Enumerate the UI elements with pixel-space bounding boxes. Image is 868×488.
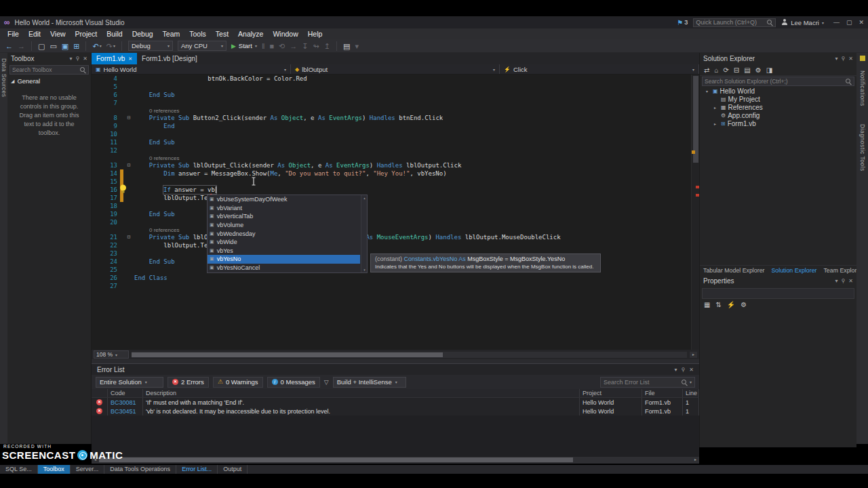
error-row-bc30451[interactable]: ✕ BC30451 'vb' is not declared. It may b… <box>92 407 699 415</box>
undo-icon[interactable]: ↶ ▾ <box>92 40 101 52</box>
fold-toggle-icon[interactable] <box>123 146 134 155</box>
column-header-file[interactable]: File <box>642 389 683 397</box>
column-header-code[interactable]: Code <box>108 389 143 397</box>
maximize-button[interactable]: ▢ <box>846 19 852 26</box>
menu-window[interactable]: Window <box>268 28 302 39</box>
restart-icon[interactable]: ⟲ ▾ <box>279 40 285 52</box>
solution-configurations-dropdown[interactable]: Debug ▾ <box>128 41 173 51</box>
close-icon[interactable]: ✕ <box>83 56 87 62</box>
solution-explorer-search-box[interactable] <box>702 77 854 86</box>
zoom-dropdown[interactable]: 108 % ▾ <box>94 350 129 359</box>
code-line[interactable]: 0 references <box>92 226 691 233</box>
completion-item[interactable]: ▣ vbYesNo <box>208 255 360 264</box>
menu-test[interactable]: Test <box>211 28 233 39</box>
error-code[interactable]: BC30451 <box>108 407 143 415</box>
lightbulb-icon[interactable] <box>119 184 127 196</box>
vertical-scrollbar[interactable]: ▴ ▾ <box>361 195 367 272</box>
start-debugging-button[interactable]: ▶ Start ▾ <box>231 42 257 49</box>
navigate-forward-icon[interactable]: → ▾ <box>18 40 25 52</box>
open-file-icon[interactable]: ▭ ▾ <box>50 40 56 52</box>
breadcrumb-object[interactable]: ◆ lblOutput ▾ <box>291 64 500 74</box>
save-all-icon[interactable]: ⊞ ▾ <box>73 40 79 52</box>
show-next-statement-icon[interactable]: → ▾ <box>290 40 297 52</box>
properties-object-dropdown[interactable] <box>702 288 854 299</box>
home-icon[interactable]: ⌂ <box>714 66 718 74</box>
fold-toggle-icon[interactable] <box>123 138 134 146</box>
column-header-line[interactable]: Line <box>683 389 699 397</box>
pin-icon[interactable]: ⚲ <box>681 367 685 373</box>
fold-toggle-icon[interactable] <box>123 282 134 290</box>
code-line[interactable]: 8 ⊟ Private Sub Button2_Click(sender As … <box>92 114 691 122</box>
fold-toggle-icon[interactable] <box>123 83 134 91</box>
fold-toggle-icon[interactable] <box>123 249 134 258</box>
column-header-project[interactable]: Project <box>580 389 642 397</box>
code-line[interactable]: 9 End <box>92 122 691 130</box>
quick-launch-box[interactable] <box>693 18 776 27</box>
completion-item[interactable]: ▣ vbWednesday <box>208 229 360 238</box>
bottom-tab-data-tools-operations[interactable]: Data Tools Operations <box>104 465 176 474</box>
alphabetical-icon[interactable]: ⇅ <box>715 301 721 308</box>
code-line[interactable]: 16 If answer = vb <box>92 186 691 194</box>
tree-item-app-config[interactable]: ⚙ App.config <box>700 111 856 119</box>
tree-item-my-project[interactable]: ▤ My Project <box>700 95 856 103</box>
pin-icon[interactable]: ⚲ <box>841 278 845 284</box>
code-line[interactable]: 0 references <box>92 107 691 114</box>
code-line[interactable]: 11 End Sub <box>92 138 691 146</box>
code-line[interactable]: 5 <box>92 83 691 91</box>
menu-edit[interactable]: Edit <box>24 28 45 39</box>
menu-build[interactable]: Build <box>102 28 127 39</box>
fold-toggle-icon[interactable] <box>123 266 134 274</box>
code-line[interactable]: 17 lblOutput.Te <box>92 194 691 202</box>
fold-toggle-icon[interactable] <box>123 274 134 282</box>
fold-toggle-icon[interactable] <box>123 99 134 107</box>
completion-item[interactable]: ▣ vbVariant <box>208 204 360 213</box>
categorized-icon[interactable]: ▦ <box>704 301 710 308</box>
completion-item[interactable]: ▣ vbUseSystemDayOfWeek <box>208 195 360 204</box>
fold-toggle-icon[interactable] <box>123 155 134 161</box>
refresh-icon[interactable]: ⟳ <box>723 66 728 74</box>
bottom-tab-output[interactable]: Output <box>218 465 248 474</box>
menu-tools[interactable]: Tools <box>184 28 211 39</box>
solution-platforms-dropdown[interactable]: Any CPU ▾ <box>178 41 226 51</box>
scroll-up-icon[interactable]: ▴ <box>361 196 368 200</box>
events-icon[interactable]: ⚡ <box>727 301 735 308</box>
scrollbar-thumb[interactable] <box>99 458 573 462</box>
fold-toggle-icon[interactable] <box>123 75 134 83</box>
close-icon[interactable]: ✕ <box>689 367 694 373</box>
scrollbar-thumb[interactable] <box>693 76 698 163</box>
code-editor[interactable]: 4 btnOk.BackColor = Color.Red 5 6 <box>92 75 699 350</box>
preview-selected-items-icon[interactable]: ◨ <box>766 66 772 74</box>
fold-toggle-icon[interactable]: ⊟ <box>123 233 134 241</box>
navigate-backward-icon[interactable]: ← ▾ <box>5 40 13 52</box>
close-icon[interactable]: ✕ <box>128 56 132 62</box>
error-code[interactable]: BC30081 <box>108 398 143 407</box>
code-line[interactable]: 27 <box>92 282 691 290</box>
toolbox-group-general[interactable]: ◢ General <box>7 75 91 87</box>
tree-item-hello-world[interactable]: ▾ ▣ Hello World <box>700 87 856 95</box>
quick-launch-input[interactable] <box>696 19 764 26</box>
error-list-search-box[interactable]: ▾ <box>600 377 695 388</box>
toolbar-options-icon[interactable]: ▾ ▾ <box>355 40 359 52</box>
menu-team[interactable]: Team <box>158 28 185 39</box>
window-position-icon[interactable]: ▾ <box>674 367 677 373</box>
menu-help[interactable]: Help <box>303 28 328 39</box>
scroll-down-icon[interactable]: ▾ <box>361 268 368 272</box>
show-all-files-icon[interactable]: ▤ <box>744 66 750 74</box>
break-all-icon[interactable]: ‖ ▾ <box>262 40 265 52</box>
horizontal-scrollbar[interactable]: ◂ ▸ <box>92 457 699 464</box>
code-line[interactable]: 19 End Sub <box>92 210 691 218</box>
solution-explorer-search-input[interactable] <box>705 78 843 85</box>
save-icon[interactable]: ▣ ▾ <box>62 40 68 52</box>
error-row-bc30081[interactable]: ✕ BC30081 'If' must end with a matching … <box>92 398 699 407</box>
fold-toggle-icon[interactable] <box>123 169 134 178</box>
error-scope-dropdown[interactable]: Entire Solution ▾ <box>96 377 163 388</box>
menu-debug[interactable]: Debug <box>127 28 158 39</box>
error-source-dropdown[interactable]: Build + IntelliSense ▾ <box>333 377 406 388</box>
menu-analyze[interactable]: Analyze <box>233 28 268 39</box>
scroll-right-icon[interactable]: ▸ <box>692 457 699 463</box>
code-line[interactable]: 0 references <box>92 155 691 161</box>
completion-item[interactable]: ▣ vbWide <box>208 238 360 247</box>
completion-item[interactable]: ▣ vbYes <box>208 247 360 256</box>
fold-toggle-icon[interactable] <box>123 202 134 210</box>
tree-item-form1-vb[interactable]: ▸ ⊞ Form1.vb <box>700 119 856 127</box>
